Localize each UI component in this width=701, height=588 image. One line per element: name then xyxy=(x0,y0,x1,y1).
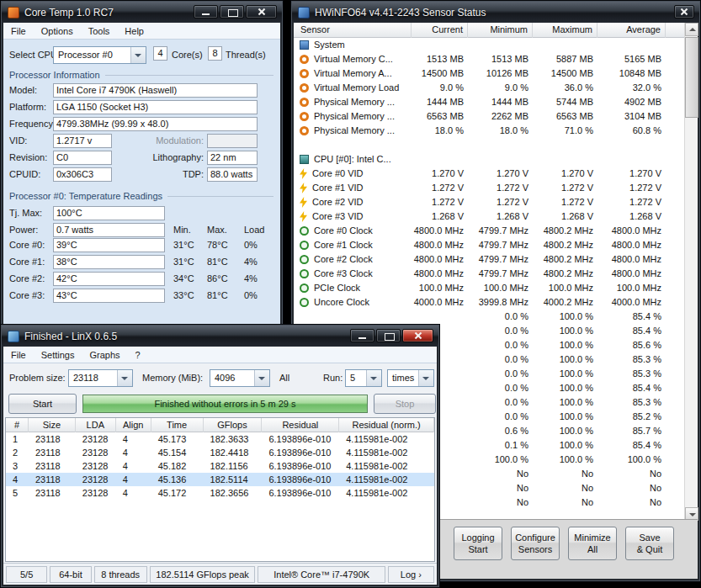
sensor-icon xyxy=(300,183,307,193)
run-align: 4 xyxy=(116,459,151,473)
sensor-minimum: 0.0 % xyxy=(468,310,533,324)
sensor-row[interactable]: Core #1 VID 1.272 V 1.272 V 1.272 V 1.27… xyxy=(294,181,684,195)
sensor-label: Core #2 VID xyxy=(312,195,364,209)
column-size[interactable]: Size xyxy=(29,418,76,432)
run-residual: 6.193896e-010 xyxy=(262,473,339,486)
column-time[interactable]: Time xyxy=(151,418,204,432)
scroll-up-icon[interactable] xyxy=(685,23,698,36)
run-unit-select[interactable]: times xyxy=(387,369,434,387)
logging-start-button[interactable]: Logging Start xyxy=(454,527,502,560)
sensor-row[interactable]: PCIe Clock 100.0 MHz 100.0 MHz 100.0 MHz… xyxy=(294,281,684,295)
menu-tools[interactable]: Tools xyxy=(81,23,118,40)
stop-button[interactable]: Stop xyxy=(374,394,436,414)
vertical-scrollbar[interactable] xyxy=(684,23,698,521)
close-icon[interactable] xyxy=(246,5,277,19)
close-icon[interactable] xyxy=(402,329,433,342)
close-icon[interactable] xyxy=(674,5,694,19)
result-row[interactable]: 4 23118 23128 4 45.136 182.5114 6.193896… xyxy=(6,473,434,486)
sensor-row[interactable]: Core #0 VID 1.270 V 1.270 V 1.270 V 1.27… xyxy=(294,167,684,181)
sensor-current: 1513 MB xyxy=(412,52,468,66)
sensor-row[interactable]: System xyxy=(294,38,684,52)
column-number[interactable]: # xyxy=(6,418,29,432)
minimize-all-button[interactable]: Minimize All xyxy=(568,527,617,560)
start-button[interactable]: Start xyxy=(8,394,77,414)
sensor-current: 14500 MB xyxy=(412,66,468,81)
menu-help[interactable]: ? xyxy=(128,347,148,363)
menu-file[interactable]: File xyxy=(3,23,34,40)
result-row[interactable]: 2 23118 23128 4 45.154 182.4418 6.193896… xyxy=(6,446,434,459)
problem-size-select[interactable]: 23118 xyxy=(68,369,133,387)
sensor-minimum: 0.0 % xyxy=(468,381,533,395)
maximize-icon[interactable] xyxy=(376,329,401,342)
sensor-row[interactable]: Core #3 Clock 4800.0 MHz 4799.7 MHz 4800… xyxy=(294,267,684,281)
sensor-row[interactable]: Physical Memory ... 6563 MB 2262 MB 6563… xyxy=(294,109,684,124)
sensor-row[interactable]: Virtual Memory A... 14500 MB 10126 MB 14… xyxy=(294,66,684,81)
sensor-row[interactable]: Core #3 VID 1.268 V 1.268 V 1.268 V 1.26… xyxy=(294,209,684,224)
minimize-icon[interactable] xyxy=(350,329,374,342)
column-residual-norm[interactable]: Residual (norm.) xyxy=(339,418,434,432)
result-row[interactable]: 1 23118 23128 4 45.173 182.3633 6.193896… xyxy=(6,432,434,446)
column-gflops[interactable]: GFlops xyxy=(204,418,263,432)
column-lda[interactable]: LDA xyxy=(76,418,116,432)
sensor-icon xyxy=(300,226,309,236)
sensor-row[interactable]: Core #2 Clock 4800.0 MHz 4799.7 MHz 4800… xyxy=(294,252,684,267)
modulation-value xyxy=(207,134,258,148)
frequency-label: Frequency: xyxy=(9,119,56,129)
coretemp-app-icon[interactable] xyxy=(8,7,19,19)
column-residual[interactable]: Residual xyxy=(262,418,339,432)
log-toggle[interactable]: Log › xyxy=(388,566,434,583)
sensor-maximum: 5887 MB xyxy=(533,52,597,66)
column-minimum[interactable]: Minimum xyxy=(468,23,533,38)
hwinfo-titlebar[interactable]: HWiNFO64 v4.41-2243 Sensor Status xyxy=(292,2,699,23)
linx-body: File Settings Graphs ? Problem size: 231… xyxy=(3,347,437,585)
sensor-maximum: 100.0 % xyxy=(533,367,597,381)
sensor-row[interactable]: Virtual Memory C... 1513 MB 1513 MB 5887… xyxy=(294,52,684,66)
coretemp-window: Core Temp 1.0 RC7 File Options Tools Hel… xyxy=(0,0,284,328)
result-row[interactable]: 3 23118 23128 4 45.182 182.1156 6.193896… xyxy=(6,459,434,473)
sensor-row[interactable]: Core #1 Clock 4800.0 MHz 4799.7 MHz 4800… xyxy=(294,238,684,252)
sensor-row[interactable]: 0.0 % 100.0 % 85.4 % xyxy=(294,310,684,324)
column-maximum[interactable]: Maximum xyxy=(533,23,597,38)
run-count-select[interactable]: 5 xyxy=(345,369,382,387)
hwinfo-app-icon[interactable] xyxy=(298,7,310,19)
column-align[interactable]: Align xyxy=(116,418,151,432)
result-row[interactable]: 5 23118 23128 4 45.172 182.3656 6.193896… xyxy=(6,486,434,500)
scrollbar-thumb[interactable] xyxy=(685,37,698,118)
sensor-average: 85.3 % xyxy=(597,367,666,381)
menu-options[interactable]: Options xyxy=(34,23,81,40)
memory-select[interactable]: 4096 xyxy=(210,369,270,387)
status-cpu-name: Intel® Core™ i7-4790K xyxy=(258,566,385,583)
menu-settings[interactable]: Settings xyxy=(34,347,82,363)
menu-file[interactable]: File xyxy=(3,347,34,363)
sensor-row[interactable] xyxy=(294,138,684,152)
configure-sensors-button[interactable]: Configure Sensors xyxy=(511,527,560,560)
progress-bar: Finished without errors in 5 m 29 s xyxy=(82,395,368,413)
column-sensor[interactable]: Sensor xyxy=(294,23,412,38)
menu-help[interactable]: Help xyxy=(117,23,151,40)
sensor-row[interactable]: Uncore Clock 4000.0 MHz 3999.8 MHz 4000.… xyxy=(294,295,684,310)
cpu-select[interactable]: Processor #0 xyxy=(53,46,146,64)
sensor-row[interactable]: CPU [#0]: Intel C... xyxy=(294,152,684,167)
sensor-row[interactable]: Virtual Memory Load 9.0 % 9.0 % 36.0 % 3… xyxy=(294,81,684,95)
linx-titlebar[interactable]: Finished - LinX 0.6.5 xyxy=(2,326,438,347)
run-residual-norm: 4.115981e-002 xyxy=(339,446,434,459)
sensor-icon xyxy=(300,255,309,264)
sensor-current: 1444 MB xyxy=(412,95,468,109)
coretemp-titlebar[interactable]: Core Temp 1.0 RC7 xyxy=(2,2,282,23)
sensor-row[interactable]: Physical Memory ... 1444 MB 1444 MB 5744… xyxy=(294,95,684,109)
tjmax-value: 100°C xyxy=(53,206,165,220)
column-average[interactable]: Average xyxy=(597,23,666,38)
run-lda: 23128 xyxy=(76,459,116,473)
save-quit-button[interactable]: Save & Quit xyxy=(625,527,674,560)
linx-app-icon[interactable] xyxy=(8,331,19,342)
minimize-icon[interactable] xyxy=(194,5,218,19)
sensor-icon xyxy=(300,211,307,222)
maximize-icon[interactable] xyxy=(220,5,244,19)
menu-graphs[interactable]: Graphs xyxy=(82,347,127,363)
sensor-row[interactable]: Core #2 VID 1.272 V 1.272 V 1.272 V 1.27… xyxy=(294,195,684,209)
sensor-current: 4800.0 MHz xyxy=(412,238,468,252)
sensor-row[interactable]: Physical Memory ... 18.0 % 18.0 % 71.0 %… xyxy=(294,124,684,138)
sensor-average: 1.268 V xyxy=(597,209,666,224)
column-current[interactable]: Current xyxy=(412,23,468,38)
sensor-row[interactable]: Core #0 Clock 4800.0 MHz 4799.7 MHz 4800… xyxy=(294,224,684,238)
